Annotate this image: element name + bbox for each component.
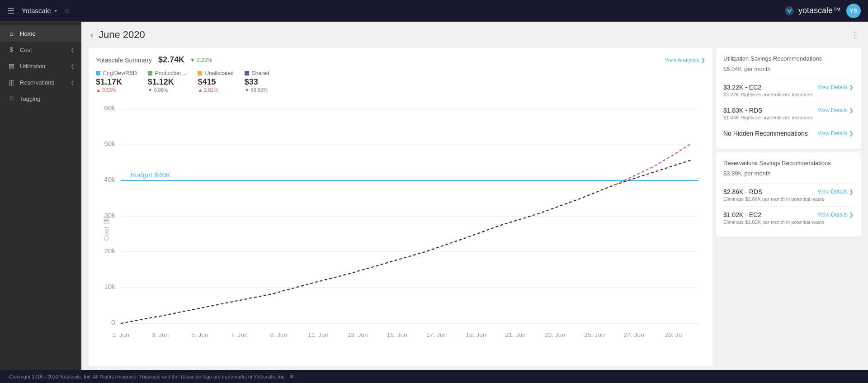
sidebar-item-cost[interactable]: $ Cost ❮ [0, 42, 81, 58]
cost-icon: $ [7, 46, 15, 53]
main-layout: ⌂ Home $ Cost ❮ ▦ Utilization ❮ ◫ Reserv… [0, 22, 868, 370]
svg-text:5. Jun: 5. Jun [191, 331, 208, 338]
utilization-item-rds: $1.83K - RDS View Details ❯ $1.83K Right… [723, 107, 854, 120]
chart-area: 60k 50k 40k 30k 20k 10k 0 Cost ($) [96, 98, 705, 359]
utilization-ec2-details-link[interactable]: View Details ❯ [818, 84, 854, 90]
legend-label-prod: Production ... [155, 70, 187, 76]
reservations-rds-details-link[interactable]: View Details ❯ [818, 189, 854, 195]
sidebar-label-home: Home [20, 30, 74, 37]
legend-item-eng: Eng/Dev/R&D $1.17K ▲ 9.53% [96, 70, 137, 93]
hamburger-menu[interactable]: ☰ [7, 6, 14, 16]
legend-label-unalloc: Unallocated [205, 70, 233, 76]
summary-change: ▼ 2.22% [190, 57, 212, 63]
svg-text:9. Jun: 9. Jun [270, 331, 288, 338]
content-area: ‹ June 2020 ⋮ Yotascale Summary $2.74K ▼… [81, 22, 868, 370]
back-button[interactable]: ‹ [90, 30, 93, 40]
utilization-expand-icon: ❮ [71, 64, 74, 69]
svg-text:0: 0 [111, 318, 115, 326]
legend-pct-eng: ▲ 9.53% [96, 87, 137, 93]
settings-icon[interactable]: ⚙ [289, 374, 294, 379]
right-panels: Utilization Savings Recommendations $5.0… [716, 48, 861, 366]
utilization-rds-details-link[interactable]: View Details ❯ [818, 107, 854, 113]
legend-amount-unalloc: $415 [198, 77, 233, 87]
sidebar-label-reservations: Reservations [20, 79, 66, 86]
utilization-item-rds-name: $1.83K - RDS [723, 107, 762, 114]
utilization-savings-panel: Utilization Savings Recommendations $5.0… [716, 48, 861, 149]
utilization-item-ec2-desc: $3.22K Rightsize underutilized instances [723, 92, 854, 97]
reservations-icon: ◫ [7, 79, 15, 86]
utilization-item-ec2: $3.22K - EC2 View Details ❯ $3.22K Right… [723, 84, 854, 97]
legend-item-prod: Production ... $1.12K ▼ 8.08% [148, 70, 187, 93]
svg-text:10k: 10k [104, 283, 115, 290]
home-icon: ⌂ [7, 30, 15, 37]
legend-dot-eng [96, 71, 100, 76]
legend-dot-shared [245, 71, 249, 76]
svg-text:Budget $40K: Budget $40K [131, 171, 171, 179]
reservations-item-ec2: $1.02K - EC2 View Details ❯ Eliminate $1… [723, 211, 854, 225]
sidebar-label-utilization: Utilization [20, 63, 66, 70]
reservations-expand-icon: ❮ [71, 80, 74, 85]
summary-header: Yotascale Summary $2.74K ▼ 2.22% View An… [96, 55, 705, 65]
brand-name: Yotascale [22, 7, 51, 14]
svg-text:50k: 50k [104, 140, 115, 147]
svg-text:60k: 60k [104, 104, 115, 112]
reservations-ec2-details-link[interactable]: View Details ❯ [818, 212, 854, 218]
svg-text:25. Jun: 25. Jun [584, 331, 604, 338]
legend-pct-prod: ▼ 8.08% [148, 87, 187, 93]
main-chart: 60k 50k 40k 30k 20k 10k 0 Cost ($) [96, 98, 705, 359]
legend-dot-unalloc [198, 71, 202, 76]
page-header: ‹ June 2020 ⋮ [81, 22, 868, 44]
user-avatar[interactable]: YS [846, 4, 861, 18]
sidebar-item-home[interactable]: ⌂ Home [0, 25, 81, 42]
legend-amount-eng: $1.17K [96, 77, 137, 87]
sidebar: ⌂ Home $ Cost ❮ ▦ Utilization ❮ ◫ Reserv… [0, 22, 81, 370]
chart-legend: Eng/Dev/R&D $1.17K ▲ 9.53% Production ..… [96, 70, 705, 93]
chart-section: Yotascale Summary $2.74K ▼ 2.22% View An… [89, 48, 712, 366]
svg-text:11. Jun: 11. Jun [308, 331, 328, 338]
svg-text:13. Jun: 13. Jun [347, 331, 368, 338]
options-button[interactable]: ⋮ [851, 30, 859, 40]
svg-text:15. Jun: 15. Jun [387, 331, 407, 338]
utilization-panel-amount: $5.04K per month [723, 64, 854, 73]
svg-text:27. Jun: 27. Jun [624, 331, 644, 338]
utilization-item-hidden-name: No Hidden Recommendations [723, 130, 808, 137]
legend-pct-unalloc: ▲ 2.01% [198, 87, 233, 93]
utilization-icon: ▦ [7, 62, 15, 70]
reservations-panel-amount: $3.89K per month [723, 168, 854, 178]
svg-text:19. Jun: 19. Jun [466, 331, 486, 338]
utilization-hidden-details-link[interactable]: View Details ❯ [818, 130, 854, 137]
utilization-item-ec2-name: $3.22K - EC2 [723, 84, 761, 91]
content-row: Yotascale Summary $2.74K ▼ 2.22% View An… [81, 44, 868, 370]
utilization-item-hidden: No Hidden Recommendations View Details ❯ [723, 130, 854, 137]
legend-label-eng: Eng/Dev/R&D [103, 70, 137, 76]
legend-amount-shared: $33 [245, 77, 269, 87]
legend-dot-prod [148, 71, 152, 76]
reservations-item-rds-name: $2.86K - RDS [723, 188, 762, 195]
sidebar-item-tagging[interactable]: ⚐ Tagging [0, 90, 81, 107]
legend-item-shared: Shared $33 ▼ 68.92% [245, 70, 269, 93]
svg-text:17. Jun: 17. Jun [426, 331, 447, 338]
brand-selector[interactable]: Yotascale ▾ [22, 7, 57, 14]
summary-title: Yotascale Summary [96, 57, 152, 64]
reservations-item-rds: $2.86K - RDS View Details ❯ Eliminate $2… [723, 188, 854, 202]
tagging-icon: ⚐ [7, 95, 15, 102]
svg-text:29. Ju: 29. Ju [665, 331, 682, 338]
legend-item-unalloc: Unallocated $415 ▲ 2.01% [198, 70, 233, 93]
sidebar-item-reservations[interactable]: ◫ Reservations ❮ [0, 74, 81, 90]
reservations-item-ec2-desc: Eliminate $1.02K per month in potential … [723, 219, 854, 225]
reservations-item-rds-desc: Eliminate $2.86K per month in potential … [723, 196, 854, 202]
sidebar-label-tagging: Tagging [20, 95, 74, 102]
svg-text:21. Jun: 21. Jun [505, 331, 526, 338]
logo-text: yotascale™ [798, 6, 841, 15]
brand-dropdown-icon: ▾ [55, 8, 57, 13]
yotascale-logo-icon [784, 5, 795, 16]
favorite-icon[interactable]: ☆ [64, 7, 70, 14]
reservations-panel-title: Reservations Savings Recommendations [723, 160, 854, 166]
legend-label-shared: Shared [252, 70, 269, 76]
sidebar-item-utilization[interactable]: ▦ Utilization ❮ [0, 58, 81, 74]
view-analytics-link[interactable]: View Analytics ❯ [665, 57, 705, 63]
svg-text:40k: 40k [104, 175, 115, 183]
svg-text:7. Jun: 7. Jun [231, 331, 248, 338]
utilization-panel-title: Utilization Savings Recommendations [723, 55, 854, 62]
svg-text:23. Jun: 23. Jun [545, 331, 565, 338]
